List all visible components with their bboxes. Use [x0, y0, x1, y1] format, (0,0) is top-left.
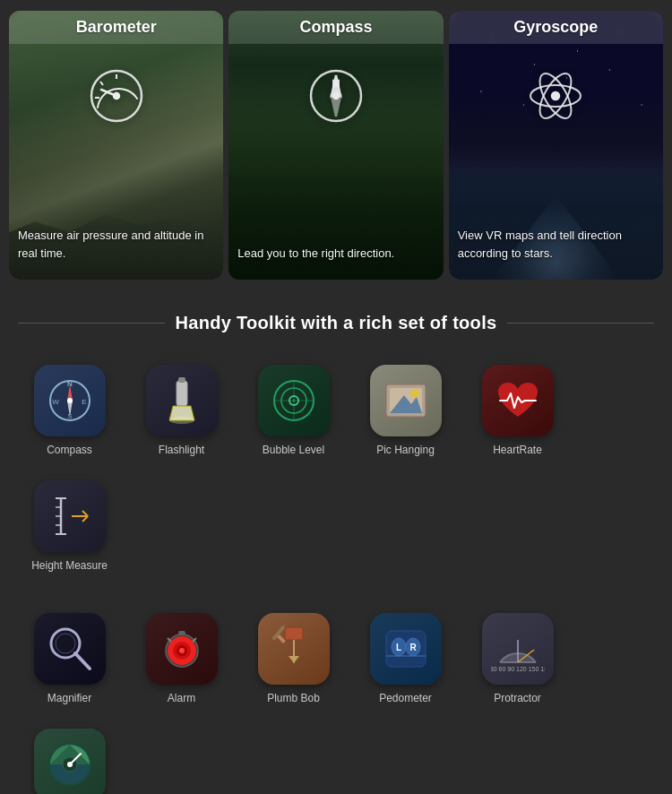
barometer-title: Barometer [76, 18, 157, 36]
tool-compass[interactable]: N S E W Compass [13, 356, 125, 471]
toolkit-title: Handy Toolkit with a rich set of tools [176, 313, 497, 333]
svg-text:E: E [82, 398, 86, 406]
svg-point-10 [333, 93, 339, 99]
gauge-icon [85, 65, 148, 127]
card-overlay-2 [228, 11, 443, 280]
flashlight-icon-wrapper [146, 365, 218, 436]
tool-flashlight[interactable]: Flashlight [125, 356, 237, 471]
flashlight-tool-label: Flashlight [159, 444, 204, 458]
tool-heartrate[interactable]: HeartRate [461, 356, 573, 471]
svg-point-53 [179, 648, 185, 653]
tool-pedometer[interactable]: L R Pedometer [349, 604, 461, 720]
plumb-icon-wrapper [258, 613, 330, 685]
pedometer-tool-icon: L R [379, 622, 433, 676]
compass-icon-wrapper: N S E W [34, 365, 106, 436]
barometer-title-bar: Barometer [9, 11, 223, 44]
plumb-tool-icon [267, 622, 321, 676]
tool-magnifier[interactable]: Magnifier [13, 604, 125, 720]
magnifier-icon-wrapper [34, 613, 106, 685]
pressure-icon-wrapper [34, 729, 106, 794]
svg-text:L: L [395, 643, 401, 652]
pichang-tool-icon [379, 374, 433, 427]
gyroscope-desc: View VR maps and tell direction accordin… [458, 227, 654, 262]
barometer-icon [85, 65, 148, 138]
svg-rect-54 [178, 631, 185, 635]
height-icon-wrapper [34, 480, 106, 552]
tool-height[interactable]: Height Measure [13, 471, 125, 587]
alarm-tool-icon [155, 622, 209, 676]
svg-point-22 [67, 398, 73, 403]
header-line-right [507, 323, 654, 324]
svg-line-47 [75, 653, 90, 669]
svg-text:R: R [409, 643, 417, 652]
magnifier-tool-icon [43, 622, 97, 676]
toolkit-header: Handy Toolkit with a rich set of tools [0, 299, 672, 347]
gyroscope-title: Gyroscope [513, 18, 598, 36]
svg-text:0  30  60  90  120  150  180: 0 30 60 90 120 150 180 [491, 666, 545, 672]
bubble-icon-wrapper [258, 365, 330, 436]
atom-icon [524, 65, 587, 127]
tool-plumb[interactable]: Plumb Bob [237, 604, 349, 720]
barometer-desc: Measure air pressure and altitude in rea… [18, 227, 214, 262]
alarm-icon-wrapper [146, 613, 218, 685]
compass-card[interactable]: Compass N Lead you to the right directio… [228, 11, 443, 280]
compass-title: Compass [299, 18, 372, 36]
tool-alarm[interactable]: Alarm [125, 604, 237, 720]
pressure-tool-icon [43, 738, 97, 791]
tool-pressure[interactable]: Pressure [13, 720, 125, 794]
svg-point-75 [67, 762, 73, 767]
pedometer-icon-wrapper: L R [370, 613, 442, 685]
barometer-card[interactable]: Barometer Measure air pressure and altit… [9, 11, 223, 280]
height-tool-label: Height Measure [31, 559, 108, 574]
compass-icon: N [305, 65, 367, 138]
svg-text:N: N [333, 79, 340, 88]
svg-rect-61 [277, 634, 286, 643]
plumb-tool-label: Plumb Bob [267, 692, 320, 706]
cards-section: Barometer Measure air pressure and altit… [0, 0, 672, 290]
svg-text:W: W [52, 398, 59, 406]
compass-tool-label: Compass [47, 444, 92, 458]
header-line-left [18, 323, 165, 324]
tool-pichang[interactable]: Pic Hanging [349, 356, 461, 471]
tool-protractor[interactable]: 0 30 60 90 120 150 180 Protractor [461, 604, 573, 720]
protractor-tool-label: Protractor [494, 692, 541, 706]
tools-row-2: Magnifier Alarm [0, 595, 672, 794]
svg-rect-57 [285, 627, 303, 640]
svg-line-4 [100, 82, 103, 85]
svg-point-14 [552, 92, 559, 99]
pichang-icon-wrapper [370, 365, 442, 436]
flashlight-tool-icon [155, 374, 209, 427]
gyroscope-title-bar: Gyroscope [449, 11, 663, 44]
tool-bubble[interactable]: Bubble Level [237, 356, 349, 471]
toolkit-section: Handy Toolkit with a rich set of tools N… [0, 290, 672, 794]
heartrate-icon-wrapper [482, 365, 554, 436]
compass-title-bar: Compass [228, 11, 443, 44]
tools-row-1: N S E W Compass Flashl [0, 347, 672, 595]
svg-point-36 [410, 389, 419, 398]
compass-tool-icon: N S E W [43, 374, 97, 427]
bubble-tool-label: Bubble Level [263, 444, 324, 458]
svg-point-48 [56, 634, 75, 653]
pichang-tool-label: Pic Hanging [376, 444, 435, 458]
protractor-icon-wrapper: 0 30 60 90 120 150 180 [482, 613, 554, 685]
gyroscope-icon [524, 65, 587, 138]
svg-rect-23 [177, 381, 187, 406]
bubble-tool-icon [267, 374, 321, 427]
heartrate-tool-label: HeartRate [493, 444, 542, 458]
protractor-tool-icon: 0 30 60 90 120 150 180 [491, 622, 545, 676]
pedometer-tool-label: Pedometer [379, 692, 432, 706]
svg-rect-26 [178, 377, 185, 383]
compass-needle-icon: N [305, 65, 367, 127]
heartrate-tool-icon [491, 374, 545, 427]
height-tool-icon [43, 489, 97, 543]
compass-desc: Lead you to the right direction. [237, 245, 434, 263]
gyroscope-card[interactable]: Gyroscope View VR maps and tell directio… [449, 11, 663, 280]
svg-point-25 [169, 417, 194, 424]
svg-marker-60 [289, 656, 299, 663]
svg-point-2 [114, 93, 119, 99]
alarm-tool-label: Alarm [168, 692, 195, 706]
magnifier-tool-label: Magnifier [47, 692, 91, 706]
